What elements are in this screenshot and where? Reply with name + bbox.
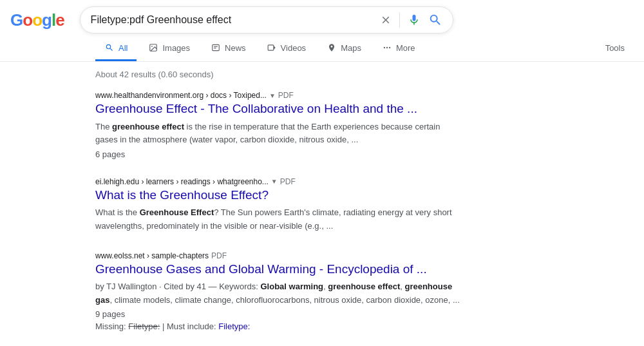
close-icon (380, 14, 392, 26)
svg-point-7 (384, 47, 385, 48)
search-icons (380, 12, 442, 28)
main-content: About 42 results (0.60 seconds) www.heal… (0, 62, 464, 331)
tab-videos[interactable]: Videos (258, 36, 316, 61)
voice-search-button[interactable] (408, 14, 421, 26)
result-title[interactable]: Greenhouse Gases and Global Warming - En… (95, 262, 464, 278)
news-icon (211, 43, 221, 53)
search-bar (80, 6, 453, 34)
svg-rect-5 (268, 45, 274, 50)
result-title[interactable]: Greenhouse Effect - The Collaborative on… (95, 101, 464, 117)
result-pages: 6 pages (95, 149, 464, 159)
svg-marker-6 (274, 46, 276, 50)
image-icon (148, 43, 158, 53)
tab-more[interactable]: More (373, 36, 424, 61)
url-text: ei.lehigh.edu › learners › readings › wh… (95, 177, 269, 186)
result-title[interactable]: What is the Greenhouse Effect? (95, 187, 464, 204)
tab-videos-label: Videos (281, 43, 307, 53)
dropdown-arrow-icon[interactable]: ▼ (269, 92, 276, 99)
search-icon (104, 43, 115, 53)
microphone-icon (408, 14, 421, 26)
tab-all-label: All (118, 43, 128, 53)
url-text: www.eolss.net › sample-chapters (95, 251, 209, 260)
tab-all[interactable]: All (95, 36, 137, 61)
result-count: About 42 results (0.60 seconds) (95, 70, 464, 79)
tab-images-label: Images (162, 43, 190, 53)
header: Google (0, 0, 644, 34)
pdf-badge: PDF (211, 251, 227, 260)
result-snippet: by TJ Wallington · Cited by 41 — Keyword… (95, 280, 464, 307)
result-url: ei.lehigh.edu › learners › readings › wh… (95, 177, 464, 186)
svg-point-1 (152, 46, 153, 47)
search-icon (428, 13, 442, 27)
search-result: www.eolss.net › sample-chapters PDF Gree… (95, 251, 464, 332)
result-pages: 9 pages (95, 309, 464, 319)
video-icon (267, 43, 277, 53)
missing-info: Missing: Filetype: | Must include: Filet… (95, 322, 464, 331)
search-result: ei.lehigh.edu › learners › readings › wh… (95, 177, 464, 233)
map-icon (327, 43, 337, 53)
result-snippet: The greenhouse effect is the rise in tem… (95, 120, 464, 147)
result-url: www.eolss.net › sample-chapters PDF (95, 251, 464, 260)
clear-button[interactable] (380, 14, 392, 26)
tools-button[interactable]: Tools (596, 37, 634, 61)
url-text: www.healthandenvironment.org › docs › To… (95, 91, 267, 100)
search-button[interactable] (428, 13, 442, 27)
result-snippet: What is the Greenhouse Effect? The Sun p… (95, 206, 464, 233)
tab-news[interactable]: News (202, 36, 255, 61)
tab-images[interactable]: Images (139, 36, 199, 61)
search-input[interactable] (91, 14, 375, 26)
filetype-link[interactable]: Filetype: (218, 322, 250, 331)
result-url: www.healthandenvironment.org › docs › To… (95, 91, 464, 100)
search-result: www.healthandenvironment.org › docs › To… (95, 91, 464, 159)
google-logo[interactable]: Google (10, 10, 64, 30)
svg-point-9 (389, 47, 390, 48)
svg-point-8 (386, 47, 388, 48)
pdf-badge: PDF (278, 91, 294, 100)
tab-more-label: More (396, 43, 415, 53)
separator (399, 12, 400, 28)
more-icon (382, 43, 392, 53)
tab-maps-label: Maps (341, 43, 361, 53)
tab-maps[interactable]: Maps (317, 36, 370, 61)
dropdown-arrow-icon[interactable]: ▼ (271, 178, 278, 185)
pdf-badge: PDF (280, 177, 296, 186)
tab-news-label: News (225, 43, 246, 53)
nav-tabs: All Images News V (0, 36, 644, 62)
